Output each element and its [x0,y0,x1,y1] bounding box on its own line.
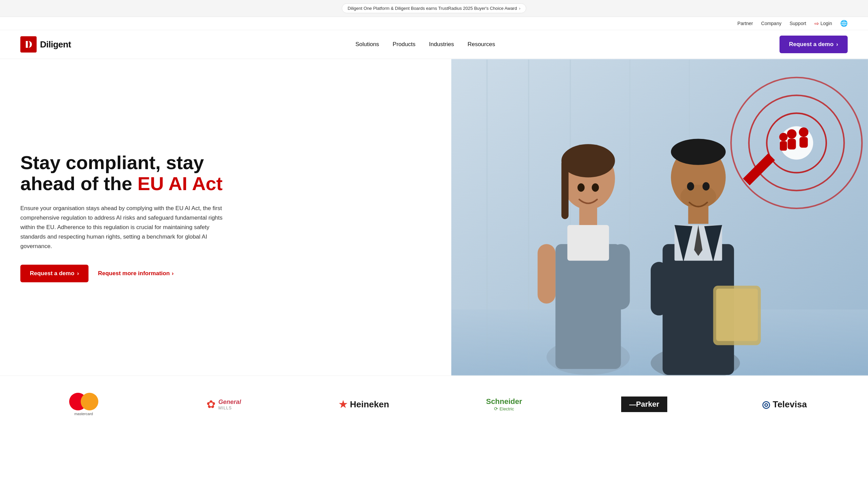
svg-point-38 [799,127,808,137]
people-scene [451,59,868,375]
hero-primary-cta[interactable]: Request a demo › [20,265,88,282]
svg-point-46 [687,182,694,191]
parker-logo-graphic: — Parker [621,396,668,412]
televisa-logo-graphic: ◎ Televisa [762,399,807,410]
svg-rect-41 [780,141,787,150]
svg-rect-14 [579,207,597,225]
televisa-icon: ◎ [762,399,770,410]
televisa-label: Televisa [773,399,807,410]
hero-image [451,59,868,375]
svg-rect-17 [612,244,630,309]
main-header: Diligent Solutions Products Industries R… [0,30,868,59]
logo-mastercard: mastercard [20,393,147,416]
gm-sub: MILLS [218,406,241,410]
gm-name: General [218,399,241,406]
schneider-name: Schneider [486,397,522,406]
header-cta-label: Request a demo [789,41,833,48]
logo-heineken: ★ Heineken [301,399,427,410]
header-cta-arrow: › [836,41,838,48]
svg-point-47 [703,182,710,191]
hero-title-line2: ahead of the EU AI Act [20,173,222,194]
svg-rect-10 [555,244,621,369]
utility-nav: Partner Company Support ⇨ Login 🌐 [0,17,868,30]
nav-resources[interactable]: Resources [468,41,495,48]
main-nav: Solutions Products Industries Resources [355,41,495,48]
support-label: Support [790,21,806,26]
heineken-logo-graphic: ★ Heineken [339,399,389,410]
svg-point-36 [787,129,796,139]
hero-title: Stay compliant, stay ahead of the EU AI … [20,152,431,194]
partner-link[interactable]: Partner [737,21,753,26]
svg-rect-16 [538,244,556,304]
nav-products[interactable]: Products [393,41,415,48]
hero-primary-label: Request a demo [30,270,74,277]
svg-rect-15 [567,225,609,261]
logo-general-mills: ✿ General MILLS [160,398,287,411]
svg-point-44 [577,183,585,192]
logo-schneider: Schneider ⟳ Electric [441,397,567,411]
hero-content: Stay compliant, stay ahead of the EU AI … [0,59,451,375]
svg-point-12 [561,144,615,177]
login-icon: ⇨ [814,20,819,27]
announcement-bar: Diligent One Platform & Diligent Boards … [0,0,868,17]
diligent-logo-icon [20,36,37,53]
svg-point-21 [671,139,726,165]
login-link[interactable]: ⇨ Login [814,20,832,27]
hero-secondary-label: Request more information [98,270,170,277]
svg-rect-23 [688,206,709,224]
gm-logo-graphic: ✿ General MILLS [206,398,241,411]
schneider-icon: ⟳ [494,406,498,411]
mastercard-circles [69,393,98,410]
announcement-link[interactable]: Diligent One Platform & Diligent Boards … [342,3,526,13]
gm-text-block: General MILLS [218,399,241,410]
announcement-arrow: › [519,6,520,11]
svg-point-45 [592,183,599,192]
heineken-label: Heineken [350,399,389,410]
svg-rect-39 [800,137,808,148]
nav-industries[interactable]: Industries [429,41,454,48]
parker-dash: — [629,401,636,408]
hero-secondary-arrow: › [172,270,174,277]
partner-label: Partner [737,21,753,26]
hero-description: Ensure your organisation stays ahead by … [20,204,224,251]
logo-televisa: ◎ Televisa [721,399,848,410]
hero-buttons: Request a demo › Request more informatio… [20,265,431,282]
mc-circle-yellow [81,393,98,410]
svg-point-40 [779,133,788,141]
hero-title-accent: EU AI Act [137,173,222,194]
header-cta-button[interactable]: Request a demo › [780,36,848,53]
logos-grid: mastercard ✿ General MILLS ★ Heineken Sc [20,393,848,416]
support-link[interactable]: Support [790,21,806,26]
mastercard-logo-graphic: mastercard [69,393,98,416]
heineken-star-icon: ★ [339,399,347,410]
announcement-text: Diligent One Platform & Diligent Boards … [348,6,517,11]
svg-rect-13 [561,160,569,219]
hero-secondary-cta[interactable]: Request more information › [98,270,174,277]
gm-flower-icon: ✿ [206,398,216,411]
schneider-sub: ⟳ Electric [494,406,514,411]
mastercard-label: mastercard [74,412,93,416]
globe-icon[interactable]: 🌐 [840,20,848,27]
parker-label: Parker [636,400,659,409]
svg-point-22 [680,185,716,208]
login-label: Login [821,21,832,26]
nav-solutions[interactable]: Solutions [355,41,379,48]
hero-section: Stay compliant, stay ahead of the EU AI … [0,59,868,375]
hero-illustration [451,59,868,375]
schneider-logo-graphic: Schneider ⟳ Electric [486,397,522,411]
hero-primary-arrow: › [77,270,79,277]
svg-rect-29 [651,262,667,316]
logo-parker: — Parker [581,396,707,412]
hero-title-line1: Stay compliant, stay [20,152,204,173]
logo-link[interactable]: Diligent [20,36,71,53]
logo-text: Diligent [40,39,71,50]
company-label: Company [761,21,782,26]
svg-rect-37 [788,139,796,149]
logos-section: mastercard ✿ General MILLS ★ Heineken Sc [0,375,868,433]
company-link[interactable]: Company [761,21,782,26]
svg-rect-31 [716,289,758,341]
